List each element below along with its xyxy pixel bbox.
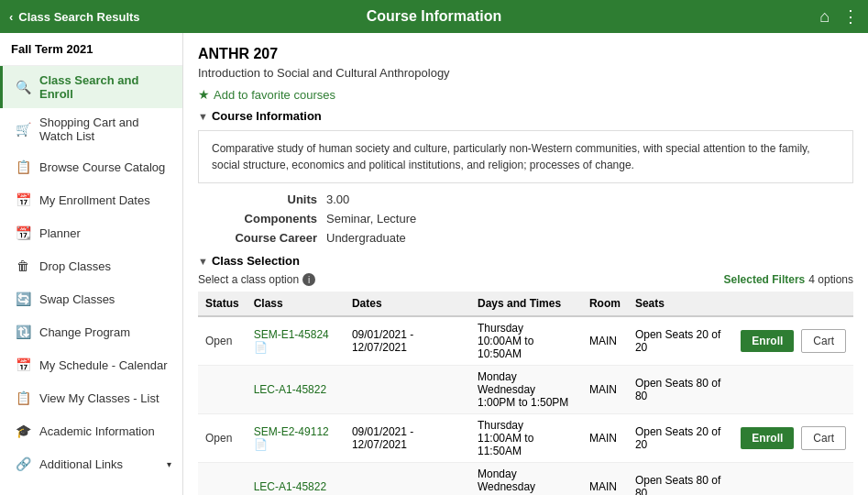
sidebar-label-view-classes-list: View My Classes - List bbox=[39, 391, 159, 405]
sidebar-item-class-search-enroll[interactable]: 🔍Class Search and Enroll bbox=[0, 66, 182, 108]
cell-status bbox=[198, 366, 247, 414]
col-days-times: Days and Times bbox=[470, 292, 582, 316]
col-status: Status bbox=[198, 292, 247, 316]
class-selection-header: ▼ Class Selection bbox=[198, 254, 853, 268]
back-label: Class Search Results bbox=[18, 10, 139, 24]
sidebar-icon-change-program: 🔃 bbox=[14, 323, 32, 341]
class-collapse-icon[interactable]: ▼ bbox=[198, 256, 208, 267]
col-dates: Dates bbox=[345, 292, 470, 316]
expand-icon-additional-links: ▾ bbox=[167, 459, 171, 469]
sidebar-item-shopping-cart[interactable]: 🛒Shopping Cart and Watch List bbox=[0, 108, 182, 150]
cell-actions: EnrollCart bbox=[733, 414, 853, 463]
col-class: Class bbox=[247, 292, 345, 316]
components-label: Components bbox=[198, 212, 317, 226]
doc-icon-2[interactable]: 📄 bbox=[254, 438, 268, 451]
units-row: Units 3.00 bbox=[198, 192, 853, 206]
course-info-label: Course Information bbox=[212, 109, 322, 123]
sidebar-label-enrollment-dates: My Enrollment Dates bbox=[39, 193, 150, 207]
sidebar-item-browse-catalog[interactable]: 📋Browse Course Catalog bbox=[0, 150, 182, 183]
sidebar-icon-browse-catalog: 📋 bbox=[14, 158, 32, 176]
enroll-button-2[interactable]: Enroll bbox=[741, 427, 794, 449]
cell-room: MAIN bbox=[582, 316, 628, 366]
components-row: Components Seminar, Lecture bbox=[198, 212, 853, 226]
collapse-arrow-icon[interactable]: ▼ bbox=[198, 111, 208, 122]
cell-days-times: Monday Wednesday 1:00PM to 1:50PM bbox=[470, 366, 582, 414]
sidebar-item-change-program[interactable]: 🔃Change Program bbox=[0, 315, 182, 348]
sidebar-item-schedule-calendar[interactable]: 📅My Schedule - Calendar bbox=[0, 348, 182, 381]
cell-room: MAIN bbox=[582, 414, 628, 463]
units-label: Units bbox=[198, 192, 317, 206]
cell-room: MAIN bbox=[582, 366, 628, 414]
header-title: Course Information bbox=[367, 8, 502, 25]
cell-class: LEC-A1-45822 bbox=[247, 463, 345, 496]
cell-actions: EnrollCart bbox=[733, 316, 853, 366]
class-link-0[interactable]: SEM-E1-45824 bbox=[254, 328, 329, 341]
sidebar-icon-shopping-cart: 🛒 bbox=[14, 120, 32, 138]
components-value: Seminar, Lecture bbox=[326, 212, 416, 226]
course-name: Introduction to Social and Cultural Anth… bbox=[198, 66, 853, 80]
sidebar: Fall Term 2021 🔍Class Search and Enroll🛒… bbox=[0, 33, 183, 495]
sidebar-label-swap-classes: Swap Classes bbox=[39, 292, 115, 306]
doc-icon-0[interactable]: 📄 bbox=[254, 341, 268, 354]
enroll-button-0[interactable]: Enroll bbox=[741, 330, 794, 352]
more-options-icon[interactable]: ⋮ bbox=[842, 6, 859, 27]
header: ‹ Class Search Results Course Informatio… bbox=[0, 0, 868, 33]
career-value: Undergraduate bbox=[326, 231, 406, 245]
sidebar-label-drop-classes: Drop Classes bbox=[39, 259, 111, 273]
cell-room: MAIN bbox=[582, 463, 628, 496]
class-link-1[interactable]: LEC-A1-45822 bbox=[254, 383, 326, 396]
col-actions bbox=[733, 292, 853, 316]
sidebar-label-browse-catalog: Browse Course Catalog bbox=[39, 160, 165, 174]
btn-group-0: EnrollCart bbox=[741, 329, 846, 353]
sidebar-icon-planner: 📆 bbox=[14, 224, 32, 242]
sidebar-item-additional-links[interactable]: 🔗Additional Links▾ bbox=[0, 447, 182, 480]
sidebar-icon-swap-classes: 🔄 bbox=[14, 290, 32, 308]
class-option-row: Select a class option i Selected Filters… bbox=[198, 273, 853, 286]
cell-seats: Open Seats 80 of 80 bbox=[628, 463, 733, 496]
table-row: OpenSEM-E2-49112 📄09/01/2021 - 12/07/202… bbox=[198, 414, 853, 463]
class-link-3[interactable]: LEC-A1-45822 bbox=[254, 480, 326, 493]
sidebar-icon-additional-links: 🔗 bbox=[14, 455, 32, 473]
sidebar-item-enrollment-dates[interactable]: 📅My Enrollment Dates bbox=[0, 183, 182, 216]
sidebar-label-schedule-calendar: My Schedule - Calendar bbox=[39, 358, 167, 372]
cell-status bbox=[198, 463, 247, 496]
cell-seats: Open Seats 80 of 80 bbox=[628, 366, 733, 414]
class-link-2[interactable]: SEM-E2-49112 bbox=[254, 425, 329, 438]
favorite-link[interactable]: ★ Add to favorite courses bbox=[198, 87, 853, 102]
col-room: Room bbox=[582, 292, 628, 316]
sidebar-label-academic-info: Academic Information bbox=[39, 424, 155, 438]
filters-row: Selected Filters 4 options bbox=[724, 273, 853, 286]
cell-dates bbox=[345, 366, 470, 414]
table-row: LEC-A1-45822Monday Wednesday 1:00PM to 1… bbox=[198, 463, 853, 496]
sidebar-item-drop-classes[interactable]: 🗑Drop Classes bbox=[0, 249, 182, 282]
class-option-label: Select a class option i bbox=[198, 273, 315, 286]
sidebar-label-change-program: Change Program bbox=[39, 325, 130, 339]
class-selection-label: Class Selection bbox=[212, 254, 300, 268]
cell-class: SEM-E2-49112 📄 bbox=[247, 414, 345, 463]
sidebar-icon-schedule-calendar: 📅 bbox=[14, 356, 32, 374]
sidebar-icon-enrollment-dates: 📅 bbox=[14, 191, 32, 209]
info-icon[interactable]: i bbox=[302, 273, 315, 286]
layout: Fall Term 2021 🔍Class Search and Enroll🛒… bbox=[0, 33, 868, 495]
class-option-text: Select a class option bbox=[198, 273, 299, 286]
sidebar-item-academic-info[interactable]: 🎓Academic Information bbox=[0, 414, 182, 447]
course-info-section-header: ▼ Course Information bbox=[198, 109, 853, 123]
cell-seats: Open Seats 20 of 20 bbox=[628, 316, 733, 366]
filters-count: 4 options bbox=[808, 273, 853, 286]
back-button[interactable]: ‹ Class Search Results bbox=[9, 10, 140, 24]
header-icons: ⌂ ⋮ bbox=[819, 6, 859, 27]
class-table-body: OpenSEM-E1-45824 📄09/01/2021 - 12/07/202… bbox=[198, 316, 853, 495]
sidebar-label-planner: Planner bbox=[39, 226, 81, 240]
cart-button-0[interactable]: Cart bbox=[801, 329, 846, 353]
cart-button-2[interactable]: Cart bbox=[801, 426, 846, 450]
course-code: ANTHR 207 bbox=[198, 46, 853, 62]
cell-actions bbox=[733, 463, 853, 496]
star-icon: ★ bbox=[198, 87, 210, 102]
cell-status: Open bbox=[198, 414, 247, 463]
home-icon[interactable]: ⌂ bbox=[819, 7, 830, 27]
sidebar-item-planner[interactable]: 📆Planner bbox=[0, 216, 182, 249]
cell-class: SEM-E1-45824 📄 bbox=[247, 316, 345, 366]
sidebar-item-swap-classes[interactable]: 🔄Swap Classes bbox=[0, 282, 182, 315]
sidebar-item-view-classes-list[interactable]: 📋View My Classes - List bbox=[0, 381, 182, 414]
units-value: 3.00 bbox=[326, 192, 349, 206]
